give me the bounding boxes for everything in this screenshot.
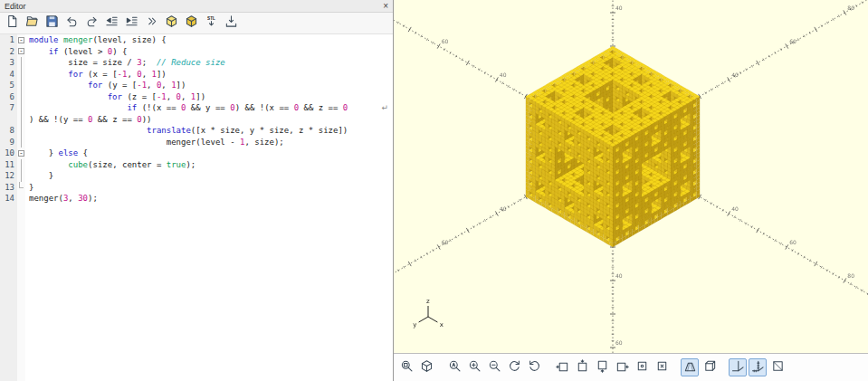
line-number: 5 <box>0 80 17 91</box>
rotate-view-button[interactable] <box>525 358 543 376</box>
render-button[interactable] <box>182 14 200 33</box>
code-text: for (x = [-1, 0, 1]) <box>25 69 167 81</box>
code-text: } <box>25 170 53 182</box>
code-line[interactable]: 5 for (y = [-1, 0, 1]) <box>0 80 393 91</box>
new-icon <box>5 14 19 32</box>
code-text: module menger(level, size) { <box>25 34 167 46</box>
redo-icon <box>85 14 99 32</box>
code-line[interactable]: 12 } <box>0 170 393 182</box>
viewport-canvas[interactable] <box>394 0 868 353</box>
view-left-button[interactable] <box>613 358 631 376</box>
view-back-button[interactable] <box>653 358 671 376</box>
open-button[interactable] <box>23 14 41 33</box>
code-text: size = size / 3; // Reduce size <box>25 57 225 69</box>
line-number: 6 <box>0 91 17 103</box>
unindent-button[interactable] <box>102 14 120 33</box>
code-line[interactable]: 2- if (level > 0) { <box>0 46 393 58</box>
save-icon <box>45 14 59 32</box>
line-number: 3 <box>0 57 17 69</box>
viewport-panel <box>394 0 868 381</box>
save-button[interactable] <box>43 14 61 33</box>
new-button[interactable] <box>3 14 21 33</box>
view-right-icon <box>556 359 569 376</box>
editor-titlebar: Editor × <box>0 0 393 13</box>
open-icon <box>25 14 39 32</box>
line-number: 14 <box>0 193 17 205</box>
line-number: 7 <box>0 102 17 114</box>
editor-title: Editor <box>5 2 26 11</box>
line-number: 11 <box>0 159 17 171</box>
editor-panel: Editor × STL 1-module menger(level, size… <box>0 0 394 381</box>
preview-button[interactable] <box>162 14 180 33</box>
reset-view-button[interactable] <box>505 358 523 376</box>
code-text: ) && !(y == 0 && z == 0)) <box>25 114 152 126</box>
code-line[interactable]: ) && !(y == 0 && z == 0)) <box>0 114 393 126</box>
fold-marker[interactable]: - <box>17 148 25 159</box>
view-top-button[interactable] <box>573 358 591 376</box>
toolbar-overflow-icon <box>145 14 158 32</box>
zoom-all-button[interactable] <box>397 358 415 376</box>
code-line[interactable]: 3 size = size / 3; // Reduce size <box>0 57 393 69</box>
code-line[interactable]: 11 cube(size, center = true); <box>0 159 393 171</box>
undo-button[interactable] <box>62 14 81 33</box>
orthographic-icon <box>703 359 717 376</box>
code-line[interactable]: 14menger(3, 30); <box>0 193 393 205</box>
line-number <box>0 114 17 126</box>
code-text: menger(3, 30); <box>25 193 98 205</box>
code-line[interactable]: 4 for (x = [-1, 0, 1]) <box>0 69 393 81</box>
view-bottom-icon <box>596 359 609 376</box>
code-line[interactable]: 8 translate([x * size, y * size, z * siz… <box>0 125 393 137</box>
fold-marker <box>17 159 25 171</box>
view-top-icon <box>576 359 589 376</box>
code-text: for (z = [-1, 0, 1]) <box>25 91 205 103</box>
line-number: 1 <box>0 34 17 46</box>
indent-button[interactable] <box>122 14 140 33</box>
code-line[interactable]: 9 menger(level - 1, size); <box>0 137 393 148</box>
zoom-in-button[interactable] <box>465 358 483 376</box>
show-edges-icon <box>771 359 785 376</box>
view-right-button[interactable] <box>553 358 571 376</box>
code-line[interactable]: 1-module menger(level, size) { <box>0 34 393 46</box>
code-text: for (y = [-1, 0, 1]) <box>25 80 186 91</box>
code-line[interactable]: 10- } else { <box>0 148 393 159</box>
toolbar-overflow-button[interactable] <box>142 14 160 33</box>
render-icon <box>185 14 198 32</box>
export-button[interactable] <box>222 14 240 33</box>
code-text: menger(level - 1, size); <box>25 137 284 148</box>
view-diagonal-icon <box>420 359 434 376</box>
fold-marker <box>17 69 25 81</box>
fold-marker[interactable]: - <box>17 46 25 58</box>
code-line[interactable]: 7 if (!(x == 0 && y == 0) && !(x == 0 &&… <box>0 102 393 114</box>
zoom-out-button[interactable] <box>485 358 503 376</box>
view-front-button[interactable] <box>633 358 651 376</box>
view-bottom-button[interactable] <box>593 358 611 376</box>
show-scale-markers-icon <box>751 359 765 376</box>
code-line[interactable]: 6 for (z = [-1, 0, 1]) <box>0 91 393 103</box>
show-edges-button[interactable] <box>768 358 787 376</box>
perspective-icon <box>683 359 697 376</box>
zoom-out-icon <box>488 359 501 376</box>
export-stl-button[interactable]: STL <box>202 14 220 33</box>
zoom-text-button[interactable] <box>445 358 463 376</box>
code-text: cube(size, center = true); <box>25 159 196 171</box>
redo-button[interactable] <box>82 14 100 33</box>
zoom-in-icon <box>468 359 482 376</box>
openscad-window: Editor × STL 1-module menger(level, size… <box>0 0 868 381</box>
fold-marker[interactable]: - <box>17 34 25 46</box>
code-text: if (!(x == 0 && y == 0) && !(x == 0 && z… <box>25 102 353 114</box>
perspective-button[interactable] <box>681 358 699 376</box>
line-number: 8 <box>0 125 17 137</box>
show-scale-markers-button[interactable] <box>749 358 767 376</box>
code-line[interactable]: 13} <box>0 182 393 194</box>
code-text: } else { <box>25 148 88 159</box>
fold-marker <box>17 114 25 126</box>
editor-close-button[interactable]: × <box>383 2 388 11</box>
view-diagonal-button[interactable] <box>417 358 435 376</box>
show-axes-button[interactable] <box>729 358 747 376</box>
zoom-all-icon <box>400 359 414 376</box>
line-wrap-icon: ↵ <box>381 102 388 114</box>
line-number: 4 <box>0 69 17 81</box>
orthographic-button[interactable] <box>701 358 719 376</box>
indent-icon <box>125 14 138 32</box>
code-editor[interactable]: 1-module menger(level, size) {2- if (lev… <box>0 34 393 381</box>
